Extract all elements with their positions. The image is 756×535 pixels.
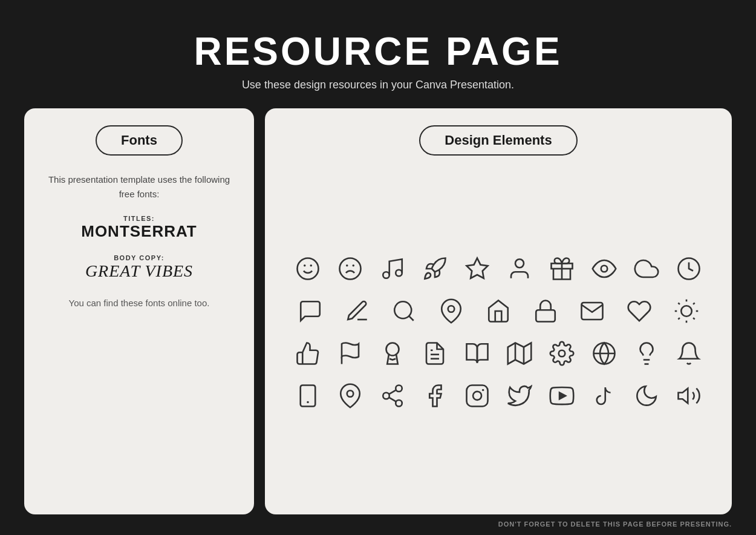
- svg-marker-31: [508, 343, 532, 364]
- chat-icon: [292, 293, 328, 329]
- flag-icon: [332, 335, 368, 372]
- icons-grid: [287, 166, 710, 497]
- svg-point-14: [395, 301, 412, 318]
- design-panel: Design Elements: [265, 108, 732, 514]
- main-content: Fonts This presentation template uses th…: [0, 108, 756, 514]
- titles-label: TITLES:: [123, 215, 155, 222]
- icons-row-3: [287, 335, 710, 372]
- svg-line-15: [409, 316, 414, 321]
- bell-icon: [671, 335, 707, 372]
- rocket-icon: [417, 251, 453, 287]
- svg-rect-17: [536, 310, 555, 321]
- sad-icon: [332, 251, 368, 287]
- svg-point-7: [396, 269, 402, 276]
- search-icon: [386, 293, 422, 329]
- svg-point-9: [515, 259, 524, 268]
- svg-point-0: [298, 258, 319, 279]
- svg-line-45: [389, 397, 396, 401]
- body-font: GREAT VIBES: [85, 261, 193, 281]
- svg-point-16: [448, 306, 455, 312]
- tiktok-icon: [586, 378, 622, 414]
- lock-icon: [527, 293, 564, 329]
- sun-icon: [668, 293, 705, 329]
- home-icon: [480, 293, 516, 329]
- settings-icon: [544, 335, 580, 372]
- svg-point-12: [601, 265, 608, 272]
- svg-point-34: [559, 350, 565, 356]
- svg-point-41: [347, 390, 354, 397]
- thumbsup-icon: [290, 335, 326, 372]
- cloud-icon: [628, 251, 665, 287]
- document-icon: [417, 335, 453, 372]
- design-title: Design Elements: [445, 133, 552, 148]
- smiley-icon: [290, 251, 326, 287]
- share-icon: [374, 378, 411, 414]
- book-icon: [459, 335, 495, 372]
- pencil-icon: [339, 293, 376, 329]
- svg-line-21: [678, 303, 679, 304]
- megaphone-icon: [671, 378, 707, 414]
- svg-rect-47: [467, 385, 488, 406]
- design-title-row: Design Elements: [287, 125, 710, 156]
- globe-icon: [586, 335, 622, 372]
- person-icon: [501, 251, 538, 287]
- music-icon: [374, 251, 411, 287]
- footer-text: DON'T FORGET TO DELETE THIS PAGE BEFORE …: [498, 520, 732, 528]
- svg-line-22: [693, 318, 694, 319]
- lightbulb-icon: [628, 335, 665, 372]
- gift-icon: [544, 251, 580, 287]
- icons-row-2: [287, 293, 710, 329]
- svg-marker-8: [467, 258, 488, 278]
- svg-point-18: [681, 306, 692, 317]
- svg-point-44: [396, 400, 402, 407]
- facebook-icon: [417, 378, 453, 414]
- fonts-footer: You can find these fonts online too.: [69, 298, 210, 308]
- svg-line-26: [693, 303, 694, 304]
- icons-row-4: [287, 378, 710, 414]
- body-label: BODY COPY:: [114, 254, 165, 261]
- location-icon: [332, 378, 368, 414]
- footer-note: DON'T FORGET TO DELETE THIS PAGE BEFORE …: [0, 514, 756, 535]
- fonts-title-box: Fonts: [96, 125, 183, 156]
- trophy-icon: [374, 335, 411, 372]
- twitter-icon: [501, 378, 538, 414]
- design-title-box: Design Elements: [419, 125, 577, 156]
- moon-icon: [628, 378, 665, 414]
- phone-icon: [290, 378, 326, 414]
- svg-line-25: [678, 318, 679, 319]
- svg-point-42: [396, 385, 402, 392]
- svg-point-28: [386, 343, 399, 355]
- svg-marker-49: [559, 392, 565, 399]
- eye-icon: [586, 251, 622, 287]
- youtube-icon: [544, 378, 580, 414]
- clock-icon: [671, 251, 707, 287]
- titles-font: MONTSERRAT: [81, 222, 197, 241]
- icons-row-1: [287, 251, 710, 287]
- fonts-panel: Fonts This presentation template uses th…: [24, 108, 254, 514]
- star-icon: [459, 251, 495, 287]
- page-header: RESOURCE PAGE Use these design resources…: [194, 0, 562, 108]
- fonts-title: Fonts: [121, 133, 157, 148]
- map-icon: [501, 335, 538, 372]
- instagram-icon: [459, 378, 495, 414]
- svg-point-43: [383, 392, 389, 399]
- svg-point-3: [340, 258, 361, 279]
- svg-point-6: [383, 272, 389, 278]
- page-title: RESOURCE PAGE: [194, 29, 562, 74]
- svg-line-46: [389, 390, 396, 394]
- heart-icon: [621, 293, 657, 329]
- pin-icon: [433, 293, 469, 329]
- fonts-description: This presentation template uses the foll…: [42, 172, 236, 202]
- page-subtitle: Use these design resources in your Canva…: [194, 79, 562, 91]
- mail-icon: [574, 293, 610, 329]
